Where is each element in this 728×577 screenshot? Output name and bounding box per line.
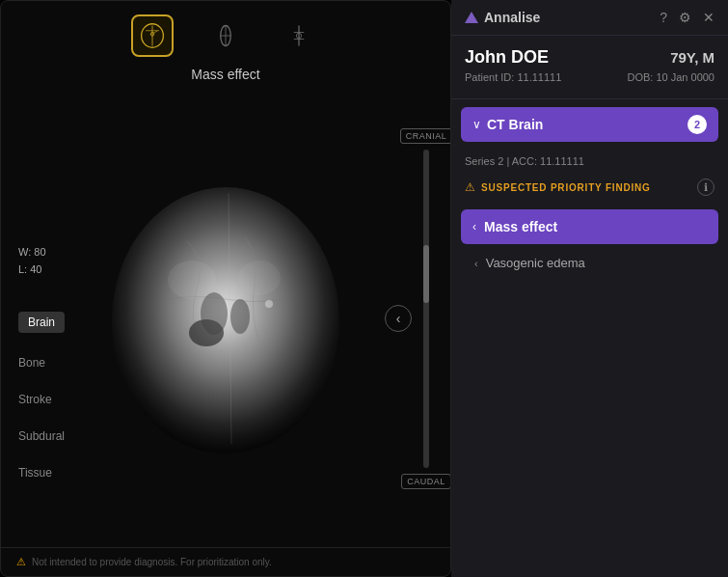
scroll-bottom-label: CAUDAL (401, 474, 451, 489)
mass-effect-chevron-icon: ‹ (472, 220, 476, 234)
svg-point-20 (189, 319, 224, 346)
priority-left: ⚠ SUSPECTED PRIORITY FINDING (465, 180, 651, 194)
disclaimer-text: Not intended to provide diagnosis. For p… (32, 557, 272, 567)
l-value: L: 40 (18, 261, 46, 279)
scan-label: Mass effect (1, 67, 450, 82)
priority-warning-icon: ⚠ (465, 180, 475, 194)
filter-stroke[interactable]: Stroke (18, 393, 65, 406)
tool-icon-3[interactable] (278, 14, 320, 57)
filter-subdural[interactable]: Subdural (18, 429, 65, 443)
patient-dob: DOB: 10 Jan 0000 (627, 71, 715, 83)
ct-brain-label: CT Brain (487, 117, 543, 132)
filter-tissue[interactable]: Tissue (18, 466, 65, 480)
ct-brain-left: ∨ CT Brain (472, 117, 543, 132)
logo-icon (465, 12, 478, 23)
viewer-area: W: 80 L: 40 Brain Bone Stroke Subdural T… (1, 90, 450, 547)
filter-list: Brain Bone Stroke Subdural Tissue (18, 312, 65, 480)
priority-info-icon[interactable]: ℹ (697, 179, 715, 196)
patient-name: John DOE (465, 47, 549, 68)
scroll-bar[interactable]: CRANIAL CAUDAL (421, 128, 431, 489)
vasogenic-edema-finding[interactable]: ‹ Vasogenic edema (451, 248, 728, 278)
scroll-thumb[interactable] (423, 245, 429, 303)
filter-bone[interactable]: Bone (18, 356, 65, 370)
help-icon[interactable]: ? (660, 10, 667, 25)
patient-age: 79Y, M (670, 49, 715, 66)
patient-info: John DOE 79Y, M Patient ID: 11.11111 DOB… (451, 36, 728, 99)
right-header: Annalise ? ⚙ ✕ (451, 0, 728, 36)
bottom-bar: ⚠ Not intended to provide diagnosis. For… (1, 547, 450, 576)
svg-point-19 (238, 261, 281, 295)
vasogenic-chevron-icon: ‹ (474, 258, 478, 269)
svg-point-17 (230, 299, 250, 334)
scan-image (91, 164, 361, 473)
ct-badge: 2 (688, 115, 707, 134)
tool-icon-2[interactable] (204, 14, 247, 57)
toolbar (1, 1, 450, 67)
svg-point-21 (265, 300, 273, 308)
close-icon[interactable]: ✕ (703, 10, 715, 25)
filter-brain[interactable]: Brain (18, 312, 65, 333)
ct-brain-bar[interactable]: ∨ CT Brain 2 (461, 107, 718, 142)
scroll-top-label: CRANIAL (400, 128, 451, 144)
right-panel: Annalise ? ⚙ ✕ John DOE 79Y, M Patient I… (451, 0, 728, 577)
wl-info: W: 80 L: 40 (18, 244, 46, 278)
patient-name-row: John DOE 79Y, M (465, 47, 715, 68)
logo-text: Annalise (484, 10, 540, 25)
brain-icon-tool[interactable] (131, 14, 174, 57)
svg-point-18 (168, 261, 216, 299)
patient-id: Patient ID: 11.11111 (465, 71, 561, 83)
header-icons: ? ⚙ ✕ (660, 10, 715, 25)
warning-icon: ⚠ (16, 556, 26, 568)
nav-arrow-left[interactable]: ‹ (385, 305, 412, 332)
priority-text: SUSPECTED PRIORITY FINDING (481, 182, 651, 193)
logo-area: Annalise (465, 10, 540, 25)
ct-chevron-icon: ∨ (472, 118, 481, 131)
mass-effect-label: Mass effect (484, 219, 557, 234)
settings-icon[interactable]: ⚙ (679, 10, 691, 25)
vasogenic-label: Vasogenic edema (486, 256, 585, 270)
mass-effect-finding[interactable]: ‹ Mass effect (461, 209, 718, 244)
w-value: W: 80 (18, 244, 46, 261)
series-info: Series 2 | ACC: 11.11111 (451, 150, 728, 173)
priority-row: ⚠ SUSPECTED PRIORITY FINDING ℹ (451, 173, 728, 202)
patient-id-row: Patient ID: 11.11111 DOB: 10 Jan 0000 (465, 71, 715, 83)
findings-section: ‹ Mass effect ‹ Vasogenic edema (451, 202, 728, 282)
left-panel: Mass effect W: 80 L: 40 Brain Bone Strok… (0, 0, 451, 577)
scroll-track[interactable] (423, 150, 429, 468)
